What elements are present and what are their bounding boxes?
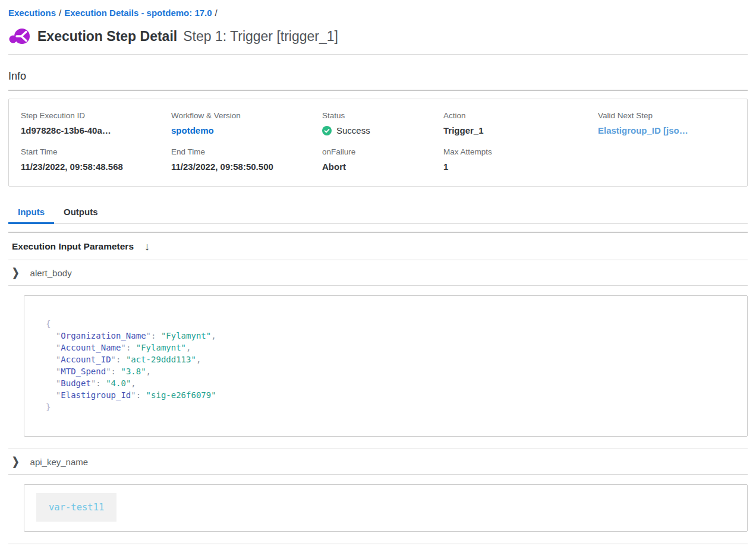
section-row-alert-body[interactable]: ❯ alert_body [8, 260, 748, 286]
api-key-name-value-box: var-test11 [24, 484, 748, 532]
field-label: Status [322, 111, 443, 120]
field-value: Trigger_1 [443, 125, 598, 135]
download-arrow-icon[interactable]: ↓ [144, 241, 150, 252]
field-label: Step Execution ID [21, 111, 171, 120]
params-title: Execution Input Parameters [12, 241, 134, 252]
breadcrumb-link-execution-details[interactable]: Execution Details - spotdemo: 17.0 [64, 8, 212, 18]
status-badge: Success [322, 125, 443, 135]
breadcrumb-link-executions[interactable]: Executions [8, 8, 56, 18]
field-workflow-version: Workflow & Version spotdemo [171, 111, 322, 135]
info-section-title: Info [8, 70, 748, 91]
status-text: Success [336, 125, 370, 135]
field-value: Abort [322, 162, 443, 172]
fylamynt-logo-icon [8, 27, 30, 45]
success-check-icon [322, 126, 332, 135]
tab-inputs[interactable]: Inputs [8, 202, 54, 224]
field-end-time: End Time 11/23/2022, 09:58:50.500 [171, 147, 322, 172]
field-label: Max Attempts [443, 147, 598, 156]
alert-body-json-box: { "Organization_Name": "Fylamynt", "Acco… [24, 295, 748, 437]
field-max-attempts: Max Attempts 1 [443, 147, 598, 172]
execution-input-parameters-header: Execution Input Parameters ↓ [8, 233, 748, 260]
page-title: Execution Step Detail [37, 29, 177, 45]
field-label: onFailure [322, 147, 443, 156]
breadcrumb-separator: / [212, 8, 220, 18]
field-value: 1d97828c-13b6-40a… [21, 125, 171, 135]
field-valid-next-step: Valid Next Step Elastigroup_ID [jso… [598, 111, 735, 135]
page-subtitle: Step 1: Trigger [trigger_1] [183, 29, 338, 45]
chevron-right-icon: ❯ [12, 455, 20, 469]
field-onfailure: onFailure Abort [322, 147, 443, 172]
field-empty [598, 147, 735, 172]
field-label: Valid Next Step [598, 111, 735, 120]
breadcrumb-separator: / [56, 8, 64, 18]
field-status: Status Success [322, 111, 443, 135]
valid-next-step-link[interactable]: Elastigroup_ID [jso… [598, 125, 735, 135]
api-key-name-chip: var-test11 [36, 493, 116, 522]
chevron-right-icon: ❯ [12, 266, 20, 280]
field-label: Start Time [21, 147, 171, 156]
section-label: alert_body [30, 268, 72, 278]
breadcrumb: Executions/Execution Details - spotdemo:… [8, 0, 748, 18]
field-label: Action [443, 111, 598, 120]
page-header: Execution Step Detail Step 1: Trigger [t… [8, 27, 748, 55]
field-value: 1 [443, 162, 598, 172]
field-action: Action Trigger_1 [443, 111, 598, 135]
field-label: End Time [171, 147, 322, 156]
field-value: 11/23/2022, 09:58:50.500 [171, 162, 322, 172]
field-start-time: Start Time 11/23/2022, 09:58:48.568 [21, 147, 171, 172]
workflow-link[interactable]: spotdemo [171, 125, 322, 135]
field-label: Workflow & Version [171, 111, 322, 120]
section-label: api_key_name [30, 457, 89, 467]
info-card: Step Execution ID 1d97828c-13b6-40a… Wor… [8, 99, 748, 187]
section-row-api-key-name[interactable]: ❯ api_key_name [8, 449, 748, 475]
info-grid: Step Execution ID 1d97828c-13b6-40a… Wor… [21, 111, 735, 172]
json-code-block: { "Organization_Name": "Fylamynt", "Acco… [46, 318, 735, 413]
field-value: 11/23/2022, 09:58:48.568 [21, 162, 171, 172]
section-row-api-key-value[interactable]: ❯ api_key_value [8, 544, 748, 546]
field-step-execution-id: Step Execution ID 1d97828c-13b6-40a… [21, 111, 171, 135]
page: Executions/Execution Details - spotdemo:… [0, 0, 756, 546]
tab-bar: Inputs Outputs [8, 202, 748, 224]
tab-outputs[interactable]: Outputs [54, 202, 108, 223]
